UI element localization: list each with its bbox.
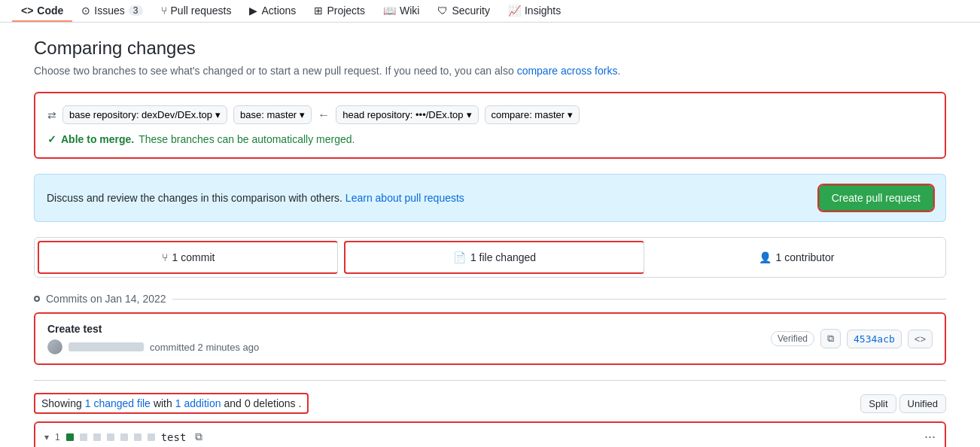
- nav-actions[interactable]: ▶ Actions: [240, 0, 305, 22]
- nav-issues[interactable]: ⊙ Issues 3: [72, 0, 151, 22]
- nav-pull-requests[interactable]: ⑂ Pull requests: [152, 0, 241, 22]
- nav-insights[interactable]: 📈 Insights: [499, 0, 570, 22]
- file-more-button[interactable]: ···: [924, 429, 936, 445]
- base-branch-select[interactable]: base: master ▾: [233, 105, 312, 124]
- commits-icon: ⑂: [162, 251, 168, 263]
- commit-author-blurred: [68, 342, 144, 351]
- issues-icon: ⊙: [81, 5, 90, 17]
- commit-right: Verified ⧉ 4534acb <>: [771, 329, 933, 348]
- commit-left: Create test committed 2 minutes ago: [47, 323, 259, 354]
- files-stat: 📄 1 file changed: [344, 241, 644, 274]
- stats-row: ⑂ 1 commit 📄 1 file changed 👤 1 contribu…: [34, 237, 946, 278]
- nav-projects[interactable]: ⊞ Projects: [305, 0, 374, 22]
- check-icon: ✓: [47, 133, 56, 145]
- commit-meta: committed 2 minutes ago: [47, 339, 259, 354]
- chevron-down-icon-4: ▾: [568, 109, 573, 120]
- page-title: Comparing changes: [34, 38, 946, 59]
- pull-requests-icon: ⑂: [161, 5, 167, 17]
- bar-empty-1: [80, 433, 87, 441]
- wiki-icon: 📖: [383, 5, 396, 17]
- copy-file-path-button[interactable]: ⧉: [192, 429, 205, 445]
- top-navigation: <> Code ⊙ Issues 3 ⑂ Pull requests ▶ Act…: [0, 0, 980, 23]
- projects-icon: ⊞: [314, 5, 323, 17]
- contributors-icon: 👤: [759, 251, 772, 263]
- commit-title: Create test: [47, 323, 259, 335]
- file-row: ▾ 1 test ⧉ ···: [34, 421, 946, 447]
- commits-date-row: Commits on Jan 14, 2022: [34, 293, 946, 305]
- commit-time: committed 2 minutes ago: [150, 342, 259, 353]
- page-subtitle: Choose two branches to see what's change…: [34, 65, 946, 77]
- base-repo-select[interactable]: base repository: dexDev/DEx.top ▾: [62, 105, 227, 124]
- commit-item: Create test committed 2 minutes ago Veri…: [34, 312, 946, 365]
- insights-icon: 📈: [508, 5, 521, 17]
- banner-text: Discuss and review the changes in this c…: [47, 192, 464, 204]
- commit-hash-button[interactable]: 4534acb: [847, 330, 902, 348]
- files-summary: Showing 1 changed file with 1 addition a…: [34, 393, 309, 414]
- verified-badge: Verified: [771, 331, 814, 346]
- merge-status: ✓ Able to merge. These branches can be a…: [47, 133, 933, 145]
- bar-empty-2: [93, 433, 101, 441]
- bar-filled-1: [66, 433, 74, 441]
- chevron-down-icon: ▾: [215, 109, 221, 120]
- file-additions-count: 1: [55, 432, 60, 442]
- nav-security[interactable]: 🛡 Security: [428, 0, 499, 22]
- files-section: Showing 1 changed file with 1 addition a…: [34, 380, 946, 447]
- issues-badge: 3: [129, 5, 143, 16]
- compare-swap-icon: ⇄: [47, 109, 56, 121]
- bar-empty-6: [148, 433, 155, 441]
- commits-stat: ⑂ 1 commit: [38, 241, 338, 274]
- actions-icon: ▶: [249, 5, 257, 17]
- nav-wiki[interactable]: 📖 Wiki: [374, 0, 428, 22]
- compare-row: ⇄ base repository: dexDev/DEx.top ▾ base…: [47, 105, 933, 124]
- nav-code[interactable]: <> Code: [12, 0, 72, 22]
- main-content: Comparing changes Choose two branches to…: [16, 23, 964, 447]
- commits-date-divider: [172, 299, 946, 300]
- view-diff-button[interactable]: <>: [908, 330, 933, 348]
- info-banner: Discuss and review the changes in this c…: [34, 174, 946, 222]
- bar-empty-4: [120, 433, 128, 441]
- unified-view-button[interactable]: Unified: [899, 394, 946, 413]
- view-toggle: Split Unified: [860, 394, 946, 413]
- create-pull-request-button[interactable]: Create pull request: [819, 185, 933, 211]
- chevron-down-icon-3: ▾: [467, 109, 472, 120]
- additions-count: 1 addition: [175, 397, 221, 409]
- compare-branch-select[interactable]: compare: master ▾: [485, 105, 580, 124]
- copy-commit-button[interactable]: ⧉: [820, 329, 841, 348]
- bar-empty-3: [107, 433, 114, 441]
- avatar: [47, 339, 62, 354]
- compare-forks-link[interactable]: compare across forks: [517, 65, 618, 77]
- security-icon: 🛡: [437, 5, 448, 17]
- arrow-left-icon: ←: [318, 108, 330, 122]
- files-header: Showing 1 changed file with 1 addition a…: [34, 393, 946, 414]
- code-icon: <>: [21, 5, 33, 17]
- changed-file-count: 1 changed file: [85, 397, 151, 409]
- bar-empty-5: [134, 433, 142, 441]
- file-chevron-icon[interactable]: ▾: [44, 432, 49, 442]
- learn-pull-requests-link[interactable]: Learn about pull requests: [345, 192, 464, 204]
- commits-date-dot: [34, 296, 40, 302]
- contributors-stat: 👤 1 contributor: [647, 242, 945, 272]
- head-repo-select[interactable]: head repository: •••/DEx.top ▾: [336, 105, 478, 124]
- compare-box: ⇄ base repository: dexDev/DEx.top ▾ base…: [34, 92, 946, 159]
- split-view-button[interactable]: Split: [860, 394, 896, 413]
- files-icon: 📄: [453, 251, 466, 263]
- chevron-down-icon-2: ▾: [300, 109, 305, 120]
- file-name: test: [161, 431, 187, 443]
